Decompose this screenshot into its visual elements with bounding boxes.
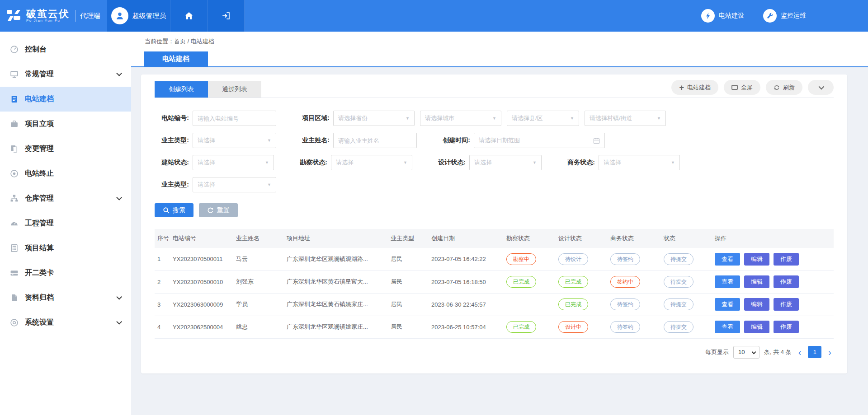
- view-button[interactable]: 查看: [715, 275, 740, 288]
- brand-name: 破茧云伏: [26, 9, 70, 19]
- files-icon: [8, 145, 20, 153]
- sidebar-item-console[interactable]: 控制台: [0, 37, 131, 62]
- sidebar-item-data-archive[interactable]: 资料归档: [0, 285, 131, 310]
- sidebar-item-station-termination[interactable]: 电站终止: [0, 161, 131, 186]
- card-icon: [8, 269, 20, 277]
- station-no-input[interactable]: [193, 111, 276, 126]
- nav-station-build[interactable]: 电站建设: [701, 9, 744, 23]
- sidebar-item-change-mgmt[interactable]: 变更管理: [0, 136, 131, 161]
- per-page-select[interactable]: 10: [734, 349, 759, 355]
- edit-button[interactable]: 编辑: [744, 253, 769, 266]
- list-panel: 创建列表 通过列表 + 电站建档 全屏: [141, 75, 847, 373]
- view-button[interactable]: 查看: [715, 321, 740, 333]
- table-row: 4 YX2023062500004 姚忠 广东深圳龙华区观澜镇姚家庄... 居民…: [155, 316, 834, 338]
- create-time-range-picker[interactable]: 请选择日期范围: [474, 133, 605, 148]
- portal-label: 代理端: [80, 12, 100, 20]
- chevron-down-icon: [116, 319, 122, 325]
- briefcase-icon: [8, 120, 20, 128]
- caret-down-icon: ▼: [671, 160, 675, 165]
- page-number-button[interactable]: 1: [808, 346, 821, 358]
- chevron-down-icon: [819, 84, 825, 90]
- refresh-button[interactable]: 刷新: [766, 80, 802, 95]
- add-station-button[interactable]: + 电站建档: [671, 80, 718, 95]
- edit-button[interactable]: 编辑: [744, 298, 769, 311]
- survey-status-select[interactable]: 请选择 ▼: [331, 155, 412, 170]
- breadcrumb-path: 首页 / 电站建档: [174, 38, 214, 45]
- logout-button[interactable]: [208, 0, 245, 32]
- sidebar-item-station-archive[interactable]: 电站建档: [0, 87, 131, 112]
- business-status-badge: 待签约: [610, 321, 640, 333]
- void-button[interactable]: 作废: [774, 321, 799, 333]
- chevron-down-icon: [116, 195, 122, 201]
- view-button[interactable]: 查看: [715, 253, 740, 266]
- owner-type-select[interactable]: 请选择 ▼: [193, 133, 276, 148]
- owner-type2-select[interactable]: 请选择 ▼: [193, 177, 276, 192]
- sidebar-item-general-mgmt[interactable]: 常规管理: [0, 62, 131, 87]
- document-icon: [8, 95, 20, 103]
- user-menu[interactable]: 超级管理员: [107, 0, 170, 32]
- prev-page-button[interactable]: ‹: [796, 348, 804, 357]
- edit-button[interactable]: 编辑: [744, 275, 769, 288]
- total-count-label: 条, 共 4 条: [764, 348, 792, 356]
- brand-subtitle: Po Jian Yun Fu: [26, 19, 70, 23]
- design-status-select[interactable]: 请选择 ▼: [469, 155, 542, 170]
- tab-passed-list[interactable]: 通过列表: [208, 81, 261, 98]
- panel-toolbar: + 电站建档 全屏 刷新: [671, 80, 834, 98]
- design-status-badge: 已完成: [558, 276, 588, 288]
- county-select[interactable]: 请选择县/区 ▼: [507, 111, 579, 126]
- sidebar-item-class2-card[interactable]: 开二类卡: [0, 261, 131, 285]
- owner-name-input[interactable]: [333, 133, 417, 148]
- table-row: 3 YX2023063000009 学员 广东深圳龙华区黄石镇姚家庄... 居民…: [155, 293, 834, 316]
- avatar: [111, 7, 128, 24]
- gauge-icon: [8, 219, 20, 228]
- search-button[interactable]: 搜索: [155, 203, 193, 217]
- business-status-badge: 待签约: [610, 298, 640, 310]
- sidebar-item-engineering[interactable]: 工程管理: [0, 211, 131, 236]
- view-button[interactable]: 查看: [715, 298, 740, 311]
- home-button[interactable]: [170, 0, 208, 32]
- pagination: 每页显示 10 条, 共 4 条 ‹ 1 ›: [155, 346, 834, 368]
- main-area: 当前位置：首页 / 电站建档 电站建档 创建列表 通过列表 + 电站建档: [131, 32, 868, 415]
- header-right-nav: 电站建设 监控运维: [701, 0, 868, 32]
- sidebar-item-warehouse[interactable]: 仓库管理: [0, 186, 131, 211]
- home-icon: [184, 11, 194, 21]
- sidebar-item-settings[interactable]: 系统设置: [0, 310, 131, 335]
- fullscreen-button[interactable]: 全屏: [724, 80, 760, 95]
- edit-button[interactable]: 编辑: [744, 321, 769, 333]
- filter-form: 电站编号: 项目区域: 请选择省份 ▼ 请选择城市 ▼: [155, 98, 834, 217]
- sidebar-item-settlement[interactable]: 项目结算: [0, 236, 131, 261]
- reset-icon: [207, 207, 214, 214]
- build-status-select[interactable]: 请选择 ▼: [193, 155, 274, 170]
- province-select[interactable]: 请选择省份 ▼: [333, 111, 415, 126]
- page-tab-station-archive[interactable]: 电站建档: [144, 51, 208, 66]
- nav-monitor-ops-label: 监控运维: [781, 12, 806, 20]
- business-status-badge: 签约中: [610, 276, 640, 288]
- tab-create-list[interactable]: 创建列表: [155, 81, 208, 98]
- lightning-icon: [701, 9, 715, 23]
- sidebar-item-project-approval[interactable]: 项目立项: [0, 112, 131, 136]
- caret-down-icon: ▼: [403, 160, 407, 165]
- settings-icon: [8, 318, 20, 327]
- void-button[interactable]: 作废: [774, 253, 799, 266]
- breadcrumb: 当前位置：首页 / 电站建档: [131, 32, 868, 46]
- sidebar: 控制台 常规管理 电站建档 项目立项 变更管理 电站终止 仓库管理: [0, 32, 131, 415]
- breadcrumb-label: 当前位置：: [145, 38, 174, 45]
- next-page-button[interactable]: ›: [826, 348, 834, 357]
- collapse-toolbar-button[interactable]: [808, 80, 834, 95]
- caret-down-icon: ▼: [492, 116, 496, 121]
- void-button[interactable]: 作废: [774, 275, 799, 288]
- reset-button[interactable]: 重置: [199, 203, 238, 217]
- city-select[interactable]: 请选择城市 ▼: [420, 111, 501, 126]
- status-badge: 待提交: [664, 298, 693, 310]
- brand: 破茧云伏 Po Jian Yun Fu 代理端: [0, 0, 107, 32]
- status-badge: 待提交: [664, 276, 693, 288]
- business-status-select[interactable]: 请选择 ▼: [599, 155, 680, 170]
- brand-logo-icon: [6, 9, 22, 23]
- void-button[interactable]: 作废: [774, 298, 799, 311]
- chevron-down-icon: [116, 70, 122, 76]
- table-row: 2 YX2023070500010 刘强东 广东深圳龙华区黄石镇星官大... 居…: [155, 270, 834, 293]
- village-select[interactable]: 请选择村镇/街道 ▼: [585, 111, 666, 126]
- nav-monitor-ops[interactable]: 监控运维: [763, 9, 806, 23]
- header-user-block: 超级管理员: [107, 0, 245, 32]
- station-table: 序号 电站编号 业主姓名 项目地址 业主类型 创建日期 勘察状态 设计状态 商务…: [155, 229, 834, 339]
